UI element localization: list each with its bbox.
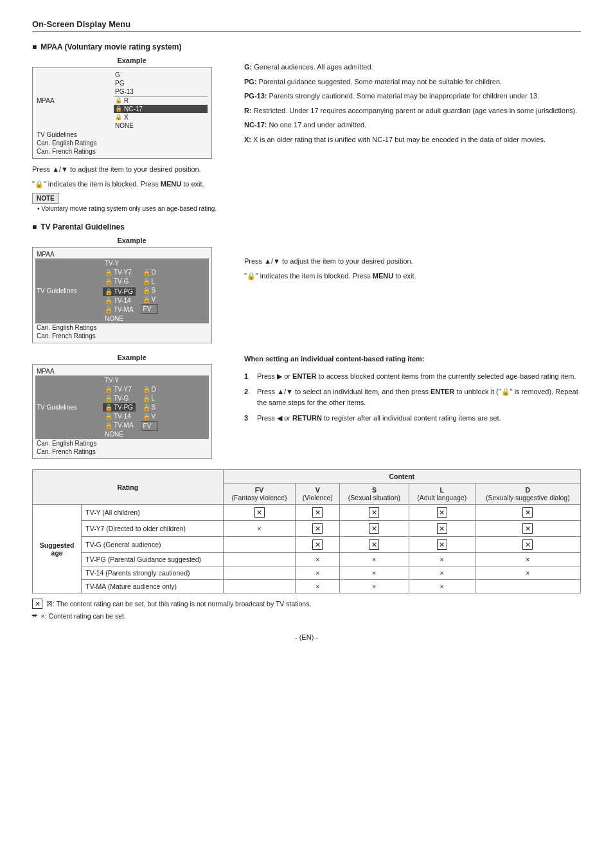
mpaa-note: NOTE • Voluntary movie rating system onl… bbox=[32, 193, 231, 212]
mpaa-left: MPAA (Voluntary movie rating system) Exa… bbox=[32, 42, 231, 212]
step-3: 3 Press ◀ or RETURN to register after al… bbox=[244, 413, 581, 424]
tv-row-tvguidelines: TV Guidelines TV-Y 🔒 TV-Y7 🔒 TV-G 🔒 TV-P… bbox=[35, 258, 209, 323]
item-PG: PG bbox=[114, 79, 208, 87]
mpaa-right: G: General audiences. All ages admitted.… bbox=[244, 42, 581, 212]
desc-NC17: NC-17: No one 17 and under admitted. bbox=[244, 120, 581, 131]
page-title: On-Screen Display Menu bbox=[32, 19, 581, 32]
tv-row-canfrench: Can. French Ratings bbox=[35, 332, 209, 340]
cell-TV14-V: × bbox=[296, 566, 340, 580]
tv-section: TV Parental Guidelines Example MPAA TV G… bbox=[32, 222, 581, 343]
tv-item-TV14: 🔒 TV-14 bbox=[103, 296, 136, 305]
tv2-TVY7: 🔒 TV-Y7 bbox=[103, 385, 136, 393]
cell-TVPG-V: × bbox=[296, 553, 340, 566]
tv2-TV14: 🔒 TV-14 bbox=[103, 412, 136, 420]
menu-row-mpaa: MPAA G PG PG-13 🔒 R 🔒 NC-17 🔒 X NONE bbox=[35, 70, 209, 131]
mpaa-lock-text: "🔒" indicates the item is blocked. Press… bbox=[32, 179, 231, 190]
row-TVG: TV-G (General audience) ✕ ✕ ✕ ✕ bbox=[33, 537, 581, 553]
step-2-num: 2 bbox=[244, 386, 253, 408]
cell-TVY-S: ✕ bbox=[340, 505, 409, 521]
cell-TVPG-FV bbox=[223, 553, 296, 566]
row-TVPG-label: TV-PG (Parental Guidance suggested) bbox=[82, 553, 223, 566]
tv-lock-text: "🔒" indicates the item is blocked. Press… bbox=[244, 271, 581, 282]
content-table: Rating Content FV(Fantasy violence) V(Vi… bbox=[32, 469, 581, 593]
cell-TVMA-V: × bbox=[296, 580, 340, 593]
cell-TVY7-S: ✕ bbox=[340, 521, 409, 537]
cell-TVPG-D: × bbox=[475, 553, 580, 566]
age-group-cell: Suggestedage bbox=[33, 505, 82, 593]
tv2-TVY: TV-Y bbox=[103, 376, 136, 384]
tv-item-TVY: TV-Y bbox=[103, 259, 136, 267]
menu-row-canenglish: Can. English Ratings bbox=[35, 139, 209, 147]
mpaa-menu-box: MPAA G PG PG-13 🔒 R 🔒 NC-17 🔒 X NONE TV … bbox=[32, 67, 212, 159]
row-TVY7-label: TV-Y7 (Directed to older children) bbox=[82, 521, 223, 537]
menu-row-tvguidelines: TV Guidelines bbox=[35, 131, 209, 139]
desc-G: G: General audiences. All ages admitted. bbox=[244, 62, 581, 73]
content-header: Content bbox=[223, 470, 580, 484]
mpaa-descriptions: G: General audiences. All ages admitted.… bbox=[244, 62, 581, 145]
tv-item-TVG: 🔒 TV-G bbox=[103, 277, 136, 285]
tv-item-NONE: NONE bbox=[103, 314, 136, 323]
tv2-row-tvguidelines: TV Guidelines TV-Y 🔒 TV-Y7 🔒 TV-G 🔒 TV-P… bbox=[35, 375, 209, 439]
tv-example2-section: Example MPAA TV Guidelines TV-Y 🔒 TV-Y7 … bbox=[32, 354, 581, 459]
cell-TVY-L: ✕ bbox=[409, 505, 475, 521]
row-TVG-label: TV-G (General audience) bbox=[82, 537, 223, 553]
cell-TV14-S: × bbox=[340, 566, 409, 580]
step-2-text: Press ▲/▼ to select an individual item, … bbox=[257, 386, 581, 408]
steps-list: 1 Press ▶ or ENTER to access blocked con… bbox=[244, 371, 581, 424]
mpaa-example-label: Example bbox=[32, 57, 231, 64]
menu-row-canfrench: Can. French Ratings bbox=[35, 147, 209, 156]
tv2-sub-L: 🔒 L bbox=[141, 394, 158, 402]
step-1-num: 1 bbox=[244, 371, 253, 382]
tv-example2-right: When setting an individual content-based… bbox=[244, 354, 581, 459]
tv-item-TVPG: 🔒 TV-PG bbox=[103, 287, 136, 296]
cell-TV14-D: × bbox=[475, 566, 580, 580]
step-2: 2 Press ▲/▼ to select an individual item… bbox=[244, 386, 581, 408]
row-TV14: TV-14 (Parents strongly cautioned) × × ×… bbox=[33, 566, 581, 580]
tv2-sub-FV: FV bbox=[141, 421, 158, 431]
cell-TVMA-FV bbox=[223, 580, 296, 593]
cross-icon: × bbox=[32, 611, 37, 620]
cell-TVY-V: ✕ bbox=[296, 505, 340, 521]
tv2-row-canenglish: Can. English Ratings bbox=[35, 439, 209, 448]
cell-TVPG-S: × bbox=[340, 553, 409, 566]
cell-TVG-FV bbox=[223, 537, 296, 553]
tv2-sub-S: 🔒 S bbox=[141, 403, 158, 411]
tv2-row-canfrench: Can. French Ratings bbox=[35, 448, 209, 456]
col-fv: FV(Fantasy violence) bbox=[223, 484, 296, 505]
tv-two-col: Example MPAA TV Guidelines TV-Y 🔒 TV-Y7 … bbox=[32, 237, 581, 343]
col-l: L(Adult language) bbox=[409, 484, 475, 505]
cell-TVG-S: ✕ bbox=[340, 537, 409, 553]
tv2-sub-V: 🔒 V bbox=[141, 412, 158, 420]
legend-item-2: × ×: Content rating can be set. bbox=[32, 611, 581, 620]
note-text: • Voluntary movie rating system only use… bbox=[37, 205, 231, 212]
tv2-row-mpaa: MPAA bbox=[35, 367, 209, 375]
cell-TV14-L: × bbox=[409, 566, 475, 580]
mpaa-row-label: MPAA bbox=[37, 97, 101, 104]
item-PG13: PG-13 bbox=[114, 87, 208, 96]
item-R: 🔒 R bbox=[114, 96, 208, 105]
tv-sub-V: 🔒 V bbox=[141, 295, 158, 303]
tv-example2-left: Example MPAA TV Guidelines TV-Y 🔒 TV-Y7 … bbox=[32, 354, 231, 459]
legend-item-1: ✕ ☒: The content rating can be set, but … bbox=[32, 599, 581, 609]
desc-PG: PG: Parental guidance suggested. Some ma… bbox=[244, 77, 581, 87]
item-X: 🔒 X bbox=[114, 113, 208, 122]
desc-PG13: PG-13: Parents strongly cautioned. Some … bbox=[244, 91, 581, 102]
row-TV14-label: TV-14 (Parents strongly cautioned) bbox=[82, 566, 223, 580]
tv2-TVMA: 🔒 TV-MA bbox=[103, 421, 136, 429]
tv-example2-label: Example bbox=[32, 354, 231, 361]
cell-TVY-FV: ✕ bbox=[223, 505, 296, 521]
page-number: - (EN) - bbox=[32, 633, 581, 641]
tv-sub-D: 🔒 D bbox=[141, 268, 158, 276]
tv-item-TVY7: 🔒 TV-Y7 bbox=[103, 268, 136, 276]
tv-menu-box: MPAA TV Guidelines TV-Y 🔒 TV-Y7 🔒 TV-G 🔒… bbox=[32, 247, 212, 343]
tv-row-mpaa: MPAA bbox=[35, 250, 209, 258]
legend-text-2: ×: Content rating can be set. bbox=[41, 612, 126, 620]
mpaa-section: MPAA (Voluntary movie rating system) Exa… bbox=[32, 42, 581, 212]
tv2-sub-D: 🔒 D bbox=[141, 385, 158, 393]
cell-TVY7-D: ✕ bbox=[475, 521, 580, 537]
row-TVY-label: TV-Y (All children) bbox=[82, 505, 223, 521]
tv-left: Example MPAA TV Guidelines TV-Y 🔒 TV-Y7 … bbox=[32, 237, 231, 343]
tv2-TVG: 🔒 TV-G bbox=[103, 394, 136, 402]
mpaa-items: G PG PG-13 🔒 R 🔒 NC-17 🔒 X NONE bbox=[114, 71, 208, 130]
item-NC17: 🔒 NC-17 bbox=[114, 105, 208, 113]
